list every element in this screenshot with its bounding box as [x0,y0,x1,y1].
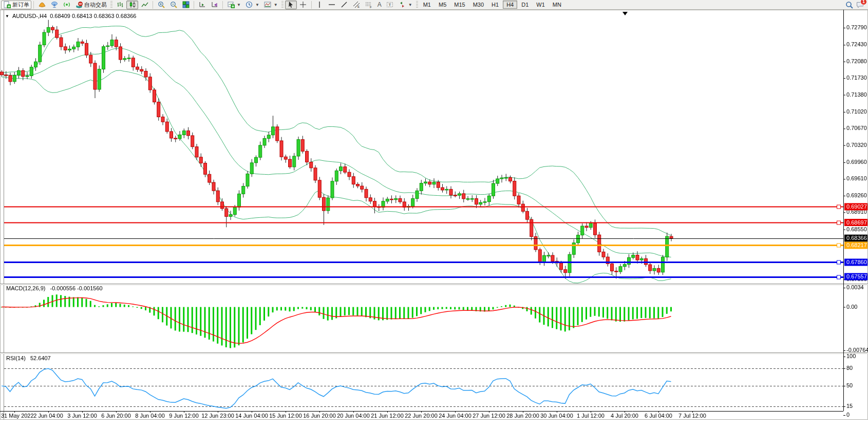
notification-badge: 1 [860,0,867,5]
vertical-line-button[interactable] [314,1,326,9]
zoom-out-icon [169,1,177,9]
timeframe-m30[interactable]: M30 [469,1,487,9]
svg-text:F: F [370,6,372,9]
gold-ingot-icon [38,1,46,9]
candlestick-chart-button[interactable] [126,1,138,9]
channel-icon: E [353,1,361,9]
toolbar-right: 1 [845,1,864,9]
timeframe-mn[interactable]: MN [549,1,565,9]
separator [194,1,194,9]
search-icon[interactable] [845,1,853,9]
timeframe-h4[interactable]: H4 [503,1,517,9]
arrows-button[interactable]: ▼ [397,1,414,9]
trendline-button[interactable] [338,1,350,9]
clock-icon [246,1,253,9]
toolbar-grip [281,1,284,9]
cursor-button[interactable] [285,1,297,9]
timeframe-w1[interactable]: W1 [533,1,549,9]
chart-window: ▼ AUDUSD-,H4 0.68409 0.68413 0.68363 0.6… [0,10,868,429]
horizontal-line-button[interactable] [326,1,338,9]
tile-windows-icon [182,1,190,9]
templates-button[interactable]: ▼ [262,1,280,9]
timeframe-d1[interactable]: D1 [518,1,532,9]
separator [311,1,312,9]
svg-text:T: T [389,3,391,7]
chevron-down-icon: ▼ [237,3,241,7]
chevron-down-icon: ▼ [255,3,259,7]
symbol-dropdown-icon[interactable]: ▼ [5,14,9,18]
crosshair-button[interactable] [297,1,309,9]
trendline-icon [341,1,348,9]
arrows-icon [399,1,406,9]
text-label-icon: T [386,1,394,9]
cloud-user-icon [50,1,58,9]
separator [153,1,153,9]
community-button[interactable] [48,1,60,9]
fibonacci-icon: F [365,1,373,9]
new-chart-icon [227,1,235,9]
new-order-label: 新订单 [12,1,29,9]
line-chart-button[interactable] [139,1,150,9]
new-order-button[interactable]: 新订单 [1,1,31,9]
candlestick-chart-icon [128,1,136,9]
chat-icon[interactable]: 1 [856,1,864,9]
fibonacci-button[interactable]: F [363,1,375,9]
text-button[interactable]: A [375,1,384,9]
timeframe-h1[interactable]: H1 [488,1,502,9]
crosshair-icon [299,1,307,9]
broadcast-icon [63,1,70,9]
toolbar: 新订单 自动交易 [0,0,868,10]
line-chart-icon [141,1,148,9]
price-chart-canvas[interactable] [0,10,868,429]
template-icon [264,1,272,9]
new-order-icon [3,1,11,9]
chevron-down-icon: ▼ [408,3,412,7]
cursor-icon [287,1,295,9]
horizontal-line-icon [328,1,336,9]
text-icon: A [378,2,382,8]
chart-shift-icon [211,1,218,9]
zoom-in-button[interactable] [155,1,167,9]
auto-scroll-button[interactable] [196,1,208,9]
zoom-in-icon [157,1,165,9]
timeframe-m15[interactable]: M15 [450,1,468,9]
toolbar-grip [110,1,112,9]
new-chart-button[interactable]: ▼ [225,1,243,9]
svg-text:E: E [357,5,360,8]
signals-button[interactable] [61,1,72,9]
toolbar-grip [416,1,418,9]
autotrading-icon [75,1,83,9]
timeframe-m5[interactable]: M5 [435,1,450,9]
separator [222,1,223,9]
tile-windows-button[interactable] [180,1,192,9]
bar-chart-button[interactable] [114,1,126,9]
periods-button[interactable]: ▼ [243,1,261,9]
zoom-out-button[interactable] [167,1,179,9]
timeframe-m1[interactable]: M1 [420,1,435,9]
autotrading-label: 自动交易 [84,1,107,9]
bar-chart-icon [116,1,124,9]
text-label-button[interactable]: T [384,1,396,9]
chart-shift-button[interactable] [209,1,220,9]
vertical-line-icon [316,1,324,9]
autotrading-button[interactable]: 自动交易 [73,1,109,9]
auto-scroll-icon [198,1,206,9]
separator [33,1,34,9]
equidistant-channel-button[interactable]: E [351,1,363,9]
deposit-button[interactable] [36,1,48,9]
chevron-down-icon: ▼ [274,3,278,7]
